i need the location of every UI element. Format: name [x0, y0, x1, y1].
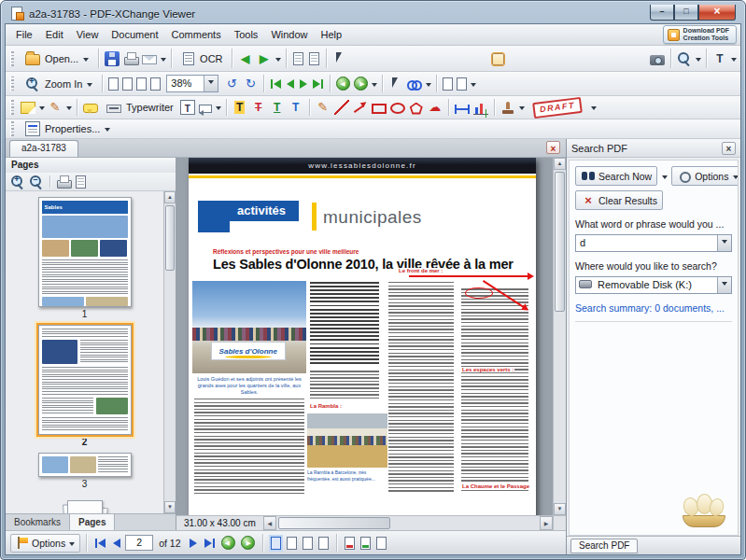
first-page-toolbar-button[interactable]: [268, 77, 284, 91]
minimize-button[interactable]: [650, 5, 674, 21]
select-text-tool-icon[interactable]: [712, 51, 727, 66]
next-view-icon[interactable]: [309, 52, 319, 65]
pencil-tool-icon[interactable]: [316, 100, 331, 115]
last-page-toolbar-button[interactable]: [310, 77, 326, 91]
doc-scroll-down-button[interactable]: [554, 503, 566, 515]
bookmarks-tab[interactable]: Bookmarks: [6, 514, 70, 530]
search-where-dropdown[interactable]: [717, 277, 731, 293]
next-view-history-icon[interactable]: [354, 77, 368, 91]
select-text-dropdown-arrow[interactable]: [731, 58, 737, 64]
line-tool-icon[interactable]: [334, 100, 349, 115]
select-tool-icon[interactable]: [332, 51, 347, 66]
thumbnails-zoom-in-icon[interactable]: [10, 175, 25, 189]
highlight-text-icon[interactable]: [232, 100, 247, 115]
document-viewport[interactable]: www.lessablesdolonne.fr activités munici…: [176, 158, 553, 515]
document-info-icon[interactable]: [376, 537, 387, 550]
maximize-button[interactable]: [674, 5, 698, 21]
fit-width-icon[interactable]: [136, 77, 147, 91]
document-horizontal-scrollbar[interactable]: [263, 516, 553, 530]
zoom-level-dropdown[interactable]: [204, 76, 218, 91]
search-query-value[interactable]: d: [576, 235, 717, 251]
menu-window[interactable]: Window: [264, 26, 314, 43]
pointer-tool-icon[interactable]: [388, 77, 403, 91]
search-pdf-bottom-tab[interactable]: Search PDF: [570, 539, 638, 553]
zoom-level-value[interactable]: 38%: [167, 76, 204, 91]
toolbar-grip[interactable]: [10, 100, 14, 115]
document-tab[interactable]: a2a-31783: [9, 140, 78, 157]
single-page-view-icon[interactable]: [443, 77, 453, 91]
fit-page-icon[interactable]: [122, 77, 133, 91]
facing-layout-icon[interactable]: [303, 537, 313, 550]
menu-tools[interactable]: Tools: [228, 26, 265, 43]
go-forward-icon[interactable]: [257, 51, 272, 66]
sticky-note-tool-icon[interactable]: [21, 102, 35, 114]
previous-view-icon[interactable]: [293, 52, 303, 65]
fit-visible-icon[interactable]: [150, 77, 161, 91]
previous-page-button[interactable]: [110, 537, 123, 550]
draft-stamp-preview[interactable]: DRAFT: [532, 96, 583, 118]
zoom-tool-icon[interactable]: [677, 51, 692, 66]
search-where-value[interactable]: Removable Disk (K:): [594, 277, 717, 293]
comment-bubble-icon[interactable]: [83, 104, 98, 113]
properties-button[interactable]: Properties...: [19, 119, 116, 139]
thumbnails-zoom-out-icon[interactable]: [29, 175, 44, 189]
menu-file[interactable]: File: [9, 26, 39, 43]
thumbnails-print-icon[interactable]: [56, 175, 71, 189]
search-now-dropdown-arrow[interactable]: [662, 175, 668, 182]
continuous-facing-layout-icon[interactable]: [318, 537, 329, 550]
download-pdf-tools-button[interactable]: Download PDF Creation Tools: [663, 25, 737, 44]
menu-document[interactable]: Document: [105, 26, 164, 43]
link-tool-dropdown-arrow[interactable]: [426, 83, 431, 90]
document-close-button[interactable]: [546, 141, 560, 154]
close-button[interactable]: [698, 5, 736, 21]
distance-tool-icon[interactable]: [455, 105, 470, 114]
red-line-annotation[interactable]: [409, 275, 532, 277]
open-button[interactable]: Open...: [19, 49, 94, 68]
rotate-ccw-icon[interactable]: [224, 77, 239, 91]
menu-help[interactable]: Help: [315, 26, 349, 43]
rotate-cw-icon[interactable]: [243, 77, 258, 91]
save-copy-icon[interactable]: [360, 537, 371, 550]
view-forward-icon[interactable]: [241, 536, 255, 550]
menu-view[interactable]: View: [70, 26, 106, 43]
view-history-dropdown-arrow[interactable]: [372, 83, 377, 90]
rectangle-tool-icon[interactable]: [372, 104, 387, 114]
thumbnails-scroll-thumb[interactable]: [165, 205, 175, 271]
thumbnails-options-icon[interactable]: [76, 175, 86, 189]
hand-tool-icon[interactable]: [492, 53, 504, 65]
search-query-dropdown[interactable]: [717, 235, 731, 251]
doc-scroll-thumb[interactable]: [555, 172, 565, 312]
actual-size-icon[interactable]: [108, 77, 119, 91]
polygon-tool-icon[interactable]: [410, 103, 423, 115]
previous-page-toolbar-button[interactable]: [284, 77, 297, 91]
search-options-button[interactable]: Options: [671, 166, 739, 186]
doc-hscroll-thumb[interactable]: [278, 517, 390, 529]
email-icon[interactable]: [142, 55, 157, 64]
clear-results-button[interactable]: Clear Results: [575, 190, 663, 210]
export-pdf-icon[interactable]: [345, 537, 355, 550]
export-dropdown-arrow[interactable]: [161, 58, 166, 64]
doc-scroll-up-button[interactable]: [554, 158, 566, 170]
next-page-toolbar-button[interactable]: [297, 77, 310, 91]
search-panel-close-button[interactable]: [722, 142, 736, 155]
first-page-button[interactable]: [92, 537, 108, 550]
toolbar-grip[interactable]: [10, 121, 14, 136]
doc-scroll-left-button[interactable]: [263, 516, 276, 530]
snapshot-tool-icon[interactable]: [650, 55, 665, 65]
menu-comments[interactable]: Comments: [165, 26, 228, 43]
history-dropdown-arrow[interactable]: [275, 58, 281, 64]
pages-tab[interactable]: Pages: [70, 514, 115, 530]
callout-dropdown-arrow[interactable]: [216, 106, 221, 113]
thumbnails-scrollbar[interactable]: [163, 191, 176, 513]
link-tool-icon[interactable]: [407, 77, 422, 91]
zoom-in-button[interactable]: Zoom In: [19, 74, 98, 94]
search-where-combo[interactable]: Removable Disk (K:): [575, 276, 732, 294]
menu-edit[interactable]: Edit: [39, 26, 70, 43]
draft-stamp-dropdown-arrow[interactable]: [591, 106, 597, 113]
toolbar-grip[interactable]: [10, 77, 14, 91]
red-ellipse-annotation[interactable]: [465, 287, 493, 299]
search-now-button[interactable]: Search Now: [575, 166, 657, 186]
page-view-dropdown-arrow[interactable]: [471, 83, 476, 90]
cloud-tool-icon[interactable]: [428, 100, 443, 115]
page-number-input[interactable]: 2: [125, 535, 153, 551]
